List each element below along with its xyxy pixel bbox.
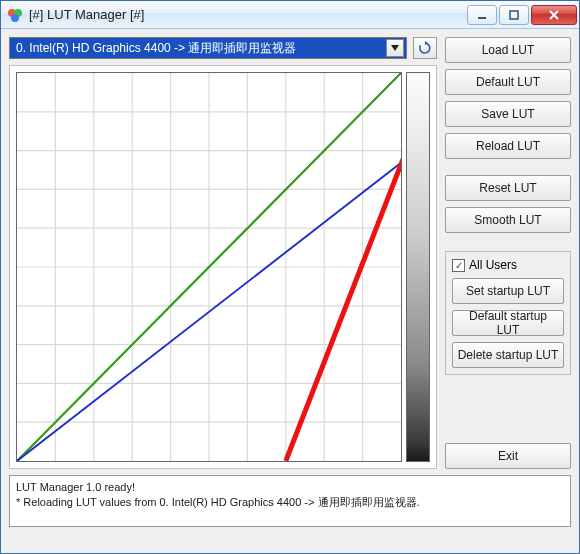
window-controls [467, 5, 577, 25]
device-row: 0. Intel(R) HD Graphics 4400 -> 通用即插即用监视… [9, 37, 437, 59]
right-column: Load LUT Default LUT Save LUT Reload LUT… [445, 37, 571, 469]
main-row: 0. Intel(R) HD Graphics 4400 -> 通用即插即用监视… [9, 37, 571, 469]
spacer [445, 381, 571, 437]
left-column: 0. Intel(R) HD Graphics 4400 -> 通用即插即用监视… [9, 37, 437, 469]
startup-group: ✓ All Users Set startup LUT Default star… [445, 251, 571, 375]
window-title: [#] LUT Manager [#] [29, 7, 467, 22]
app-window: [#] LUT Manager [#] 0. Intel(R) HD Graph… [0, 0, 580, 554]
device-combo-text: 0. Intel(R) HD Graphics 4400 -> 通用即插即用监视… [16, 40, 296, 57]
all-users-checkbox[interactable]: ✓ [452, 259, 465, 272]
device-combo[interactable]: 0. Intel(R) HD Graphics 4400 -> 通用即插即用监视… [9, 37, 407, 59]
spacer [445, 165, 571, 169]
svg-marker-7 [391, 45, 399, 51]
all-users-row[interactable]: ✓ All Users [452, 258, 564, 272]
log-line: * Reloading LUT values from 0. Intel(R) … [16, 495, 564, 510]
all-users-label: All Users [469, 258, 517, 272]
chevron-down-icon [386, 39, 404, 57]
svg-rect-4 [510, 11, 518, 19]
close-button[interactable] [531, 5, 577, 25]
refresh-icon [418, 41, 432, 55]
lut-chart [16, 72, 402, 462]
svg-point-2 [11, 14, 19, 22]
exit-button[interactable]: Exit [445, 443, 571, 469]
svg-rect-3 [478, 17, 486, 19]
refresh-button[interactable] [413, 37, 437, 59]
default-lut-button[interactable]: Default LUT [445, 69, 571, 95]
lut-plot-svg [17, 73, 401, 461]
minimize-button[interactable] [467, 5, 497, 25]
titlebar: [#] LUT Manager [#] [1, 1, 579, 29]
default-startup-lut-button[interactable]: Default startup LUT [452, 310, 564, 336]
maximize-button[interactable] [499, 5, 529, 25]
reload-lut-button[interactable]: Reload LUT [445, 133, 571, 159]
save-lut-button[interactable]: Save LUT [445, 101, 571, 127]
app-icon [7, 7, 23, 23]
chart-panel [9, 65, 437, 469]
gradient-strip [406, 72, 430, 462]
spacer [445, 239, 571, 245]
set-startup-lut-button[interactable]: Set startup LUT [452, 278, 564, 304]
load-lut-button[interactable]: Load LUT [445, 37, 571, 63]
smooth-lut-button[interactable]: Smooth LUT [445, 207, 571, 233]
delete-startup-lut-button[interactable]: Delete startup LUT [452, 342, 564, 368]
log-line: LUT Manager 1.0 ready! [16, 480, 564, 495]
client-area: 0. Intel(R) HD Graphics 4400 -> 通用即插即用监视… [1, 29, 579, 553]
reset-lut-button[interactable]: Reset LUT [445, 175, 571, 201]
log-box: LUT Manager 1.0 ready! * Reloading LUT v… [9, 475, 571, 527]
